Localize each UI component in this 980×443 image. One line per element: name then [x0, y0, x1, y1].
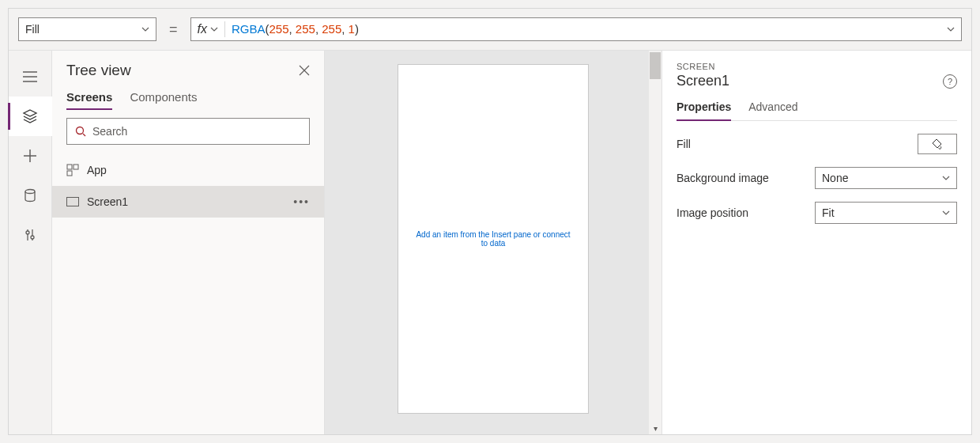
chevron-down-icon [210, 25, 218, 33]
chevron-down-icon[interactable] [947, 25, 955, 33]
search-input[interactable]: Search [66, 118, 310, 145]
img-pos-value: Fit [822, 206, 835, 219]
body-row: Tree view Screens Components Search App [9, 51, 971, 434]
svg-rect-6 [67, 171, 72, 176]
search-icon [75, 126, 86, 137]
chevron-down-icon [942, 174, 950, 182]
layers-icon [22, 108, 38, 124]
props-tabs: Properties Advanced [677, 100, 957, 121]
scroll-thumb[interactable] [650, 52, 661, 79]
formula-input[interactable]: fx RGBA(255, 255, 255, 1) [190, 17, 962, 41]
formula-bar: Fill = fx RGBA(255, 255, 255, 1) [9, 9, 971, 51]
svg-rect-5 [74, 165, 78, 169]
fx-icon[interactable]: fx [198, 22, 218, 36]
search-wrap: Search [52, 110, 324, 151]
insert-rail-button[interactable] [9, 136, 52, 176]
svg-rect-4 [67, 165, 72, 169]
tree-title: Tree view [66, 62, 131, 79]
canvas-scrollbar[interactable]: ▾ [649, 51, 662, 434]
data-rail-button[interactable] [9, 176, 52, 215]
svg-point-1 [26, 231, 29, 234]
app-icon [66, 164, 79, 176]
close-icon[interactable] [299, 65, 310, 76]
tree-item-label: App [87, 164, 107, 176]
hamburger-button[interactable] [9, 57, 52, 97]
property-selector-label: Fill [25, 23, 40, 36]
paint-bucket-icon [932, 138, 943, 150]
canvas-hint: Add an item from the Insert pane or conn… [398, 230, 588, 248]
prop-row-bg-image: Background image None [677, 167, 957, 189]
settings-icon [23, 228, 37, 242]
tree-header: Tree view [52, 51, 324, 84]
svg-rect-7 [67, 198, 79, 206]
tab-properties[interactable]: Properties [677, 100, 731, 121]
fill-color-picker[interactable] [918, 134, 957, 154]
more-icon[interactable]: ••• [293, 195, 310, 208]
plus-icon [23, 149, 37, 163]
tree-list: App Screen1 ••• [52, 151, 324, 221]
prop-label-bg-image: Background image [677, 172, 769, 184]
bg-image-dropdown[interactable]: None [815, 167, 957, 189]
prop-row-img-pos: Image position Fit [677, 202, 957, 224]
tab-components[interactable]: Components [130, 90, 197, 110]
formula-text[interactable]: RGBA(255, 255, 255, 1) [232, 22, 940, 36]
img-pos-dropdown[interactable]: Fit [815, 202, 957, 224]
chevron-down-icon [141, 25, 149, 33]
canvas-screen[interactable]: Add an item from the Insert pane or conn… [398, 65, 588, 413]
help-icon[interactable]: ? [943, 74, 957, 89]
tree-view-panel: Tree view Screens Components Search App [52, 51, 325, 434]
tree-item-screen1[interactable]: Screen1 ••• [52, 186, 324, 218]
props-name: Screen1 [677, 73, 729, 89]
props-name-row: Screen1 ? [677, 73, 957, 89]
tab-advanced[interactable]: Advanced [748, 100, 797, 120]
svg-point-0 [25, 190, 35, 194]
prop-row-fill: Fill [677, 134, 957, 154]
tree-item-label: Screen1 [87, 195, 128, 208]
tree-item-app[interactable]: App [52, 154, 324, 186]
tools-rail-button[interactable] [9, 215, 52, 255]
tab-screens[interactable]: Screens [66, 90, 112, 110]
props-category: SCREEN [677, 62, 957, 71]
chevron-down-icon[interactable]: ▾ [652, 422, 659, 434]
app-frame: Fill = fx RGBA(255, 255, 255, 1) [8, 8, 972, 435]
tree-view-rail-button[interactable] [9, 97, 52, 136]
divider [224, 21, 225, 37]
equals-sign: = [164, 21, 183, 38]
bg-image-value: None [822, 172, 848, 184]
database-icon [23, 188, 37, 203]
search-placeholder: Search [92, 125, 127, 138]
chevron-down-icon [942, 209, 950, 217]
svg-point-3 [77, 127, 84, 134]
tree-tabs: Screens Components [52, 84, 324, 110]
prop-label-fill: Fill [677, 138, 691, 150]
prop-label-img-pos: Image position [677, 206, 748, 219]
hamburger-icon [23, 71, 37, 82]
canvas-area: Add an item from the Insert pane or conn… [325, 51, 662, 434]
properties-panel: SCREEN Screen1 ? Properties Advanced Fil… [662, 51, 971, 434]
left-rail [9, 51, 52, 434]
svg-point-2 [31, 236, 34, 239]
screen-icon [66, 197, 79, 206]
property-selector[interactable]: Fill [18, 17, 156, 41]
